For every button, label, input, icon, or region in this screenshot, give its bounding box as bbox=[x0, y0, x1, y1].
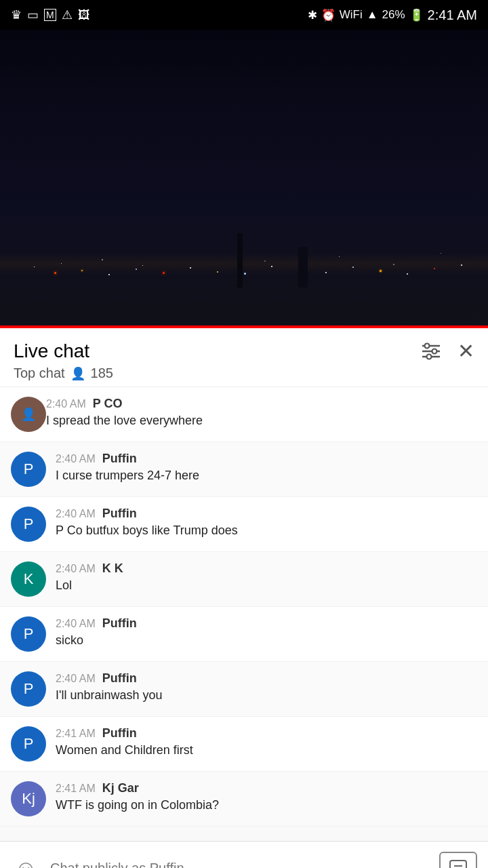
message-text: Lol bbox=[56, 578, 477, 593]
bluetooth-icon: ✱ bbox=[308, 8, 317, 22]
video-red-line bbox=[0, 326, 488, 328]
message-time: 2:40 AM bbox=[56, 508, 96, 520]
alarm-icon: ⏰ bbox=[321, 8, 336, 22]
header-icons: ✕ bbox=[421, 339, 474, 363]
message-username: Puffin bbox=[102, 726, 137, 741]
message-text: I spread the love everywhere bbox=[46, 413, 477, 429]
close-button[interactable]: ✕ bbox=[458, 339, 474, 363]
chat-input-bar: ☺ bbox=[0, 841, 488, 868]
folder-icon: ▭ bbox=[27, 7, 39, 22]
avatar: P bbox=[11, 726, 46, 762]
live-chat-title-row: Live chat ✕ bbox=[14, 339, 474, 363]
message-time: 2:40 AM bbox=[56, 618, 96, 630]
message-text: sicko bbox=[56, 633, 477, 648]
warning-icon: ⚠ bbox=[62, 7, 73, 22]
status-bar: ♛ ▭ M ⚠ 🖼 ✱ ⏰ WiFi ▲ 26% 🔋 2:41 AM bbox=[0, 0, 488, 30]
send-button[interactable] bbox=[439, 852, 477, 869]
top-chat-label: Top chat bbox=[14, 366, 65, 381]
top-chat-row: Top chat 👤 185 bbox=[14, 366, 474, 381]
message-username: Puffin bbox=[102, 452, 137, 466]
crown-icon: ♛ bbox=[11, 7, 22, 22]
message-meta: 2:41 AM Kj Gar bbox=[56, 781, 477, 795]
send-icon bbox=[449, 859, 468, 869]
message-username: Kj Gar bbox=[102, 781, 139, 795]
message-meta: 2:40 AM P CO bbox=[46, 397, 477, 411]
message-time: 2:40 AM bbox=[46, 398, 86, 410]
chat-message: Kj 2:41 AM Kj Gar WTF is going on in Col… bbox=[0, 772, 488, 827]
filter-icon bbox=[421, 342, 441, 360]
message-meta: 2:40 AM Puffin bbox=[56, 616, 477, 631]
chat-message: P 2:41 AM Puffin Women and Children firs… bbox=[0, 717, 488, 772]
message-username: Puffin bbox=[102, 507, 137, 521]
viewers-icon: 👤 bbox=[70, 366, 85, 381]
message-text: P Co butfux boys like Trump does bbox=[56, 523, 477, 538]
message-content: 2:40 AM Puffin I'll unbrainwash you bbox=[56, 671, 477, 703]
avatar: K bbox=[11, 561, 46, 597]
viewers-count: 185 bbox=[91, 366, 113, 381]
message-meta: 2:40 AM K K bbox=[56, 561, 477, 576]
chat-message: K 2:40 AM K K Lol bbox=[0, 552, 488, 607]
message-time: 2:40 AM bbox=[56, 453, 96, 465]
live-chat-container: Live chat ✕ Top chat bbox=[0, 328, 488, 868]
message-content: 2:40 AM Puffin P Co butfux boys like Tru… bbox=[56, 507, 477, 538]
message-time: 2:40 AM bbox=[56, 673, 96, 685]
chat-input[interactable] bbox=[50, 852, 430, 869]
avatar: P bbox=[11, 452, 46, 487]
svg-point-5 bbox=[427, 354, 432, 359]
message-content: 2:40 AM P CO I spread the love everywher… bbox=[46, 397, 477, 429]
message-username: P CO bbox=[93, 397, 123, 411]
message-meta: 2:40 AM Puffin bbox=[56, 671, 477, 686]
message-text: Women and Children first bbox=[56, 743, 477, 758]
avatar: P bbox=[11, 616, 46, 652]
message-text: I curse trumpers 24-7 here bbox=[56, 468, 477, 484]
video-background bbox=[0, 30, 488, 328]
filter-button[interactable] bbox=[421, 342, 441, 360]
live-chat-header: Live chat ✕ Top chat bbox=[0, 328, 488, 387]
message-content: 2:41 AM Puffin Women and Children first bbox=[56, 726, 477, 758]
chat-message: P 2:40 AM Puffin I'll unbrainwash you bbox=[0, 662, 488, 717]
chat-message: P 2:40 AM Puffin I curse trumpers 24-7 h… bbox=[0, 442, 488, 497]
message-time: 2:41 AM bbox=[56, 728, 96, 740]
message-content: 2:40 AM Puffin I curse trumpers 24-7 her… bbox=[56, 452, 477, 484]
status-right: ✱ ⏰ WiFi ▲ 26% 🔋 2:41 AM bbox=[308, 7, 477, 23]
battery-level: 26% bbox=[382, 8, 405, 22]
avatar: P bbox=[11, 507, 46, 542]
message-username: Puffin bbox=[102, 616, 137, 631]
message-text: WTF is going on in Colombia? bbox=[56, 797, 477, 813]
chat-messages[interactable]: 👤 2:40 AM P CO I spread the love everywh… bbox=[0, 387, 488, 841]
message-content: 2:40 AM Puffin sicko bbox=[56, 616, 477, 648]
avatar: P bbox=[11, 671, 46, 707]
message-content: 2:41 AM Kj Gar WTF is going on in Colomb… bbox=[56, 781, 477, 813]
time-display: 2:41 AM bbox=[428, 7, 477, 23]
message-time: 2:40 AM bbox=[56, 563, 96, 575]
m-icon: M bbox=[44, 9, 56, 21]
chat-message: 👤 2:40 AM P CO I spread the love everywh… bbox=[0, 387, 488, 442]
battery-icon: 🔋 bbox=[409, 8, 424, 22]
avatar: 👤 bbox=[11, 397, 46, 432]
live-chat-title: Live chat bbox=[14, 340, 89, 362]
message-username: K K bbox=[102, 561, 123, 576]
emoji-icon: ☺ bbox=[14, 855, 38, 868]
message-username: Puffin bbox=[102, 671, 137, 686]
svg-rect-6 bbox=[450, 861, 466, 869]
message-text: I'll unbrainwash you bbox=[56, 688, 477, 703]
message-meta: 2:41 AM Puffin bbox=[56, 726, 477, 741]
message-meta: 2:40 AM Puffin bbox=[56, 452, 477, 466]
status-left: ♛ ▭ M ⚠ 🖼 bbox=[11, 7, 90, 22]
image-icon: 🖼 bbox=[78, 8, 90, 22]
emoji-button[interactable]: ☺ bbox=[11, 854, 41, 869]
message-time: 2:41 AM bbox=[56, 783, 96, 795]
message-content: 2:40 AM K K Lol bbox=[56, 561, 477, 593]
wifi-icon: WiFi bbox=[340, 8, 363, 22]
message-meta: 2:40 AM Puffin bbox=[56, 507, 477, 521]
chat-message: P 2:40 AM Puffin P Co butfux boys like T… bbox=[0, 497, 488, 552]
chat-message: P 2:40 AM Puffin sicko bbox=[0, 607, 488, 662]
video-area[interactable] bbox=[0, 30, 488, 328]
svg-point-3 bbox=[425, 343, 430, 348]
svg-point-4 bbox=[432, 349, 437, 353]
signal-icon: ▲ bbox=[367, 8, 378, 22]
avatar: Kj bbox=[11, 781, 46, 816]
